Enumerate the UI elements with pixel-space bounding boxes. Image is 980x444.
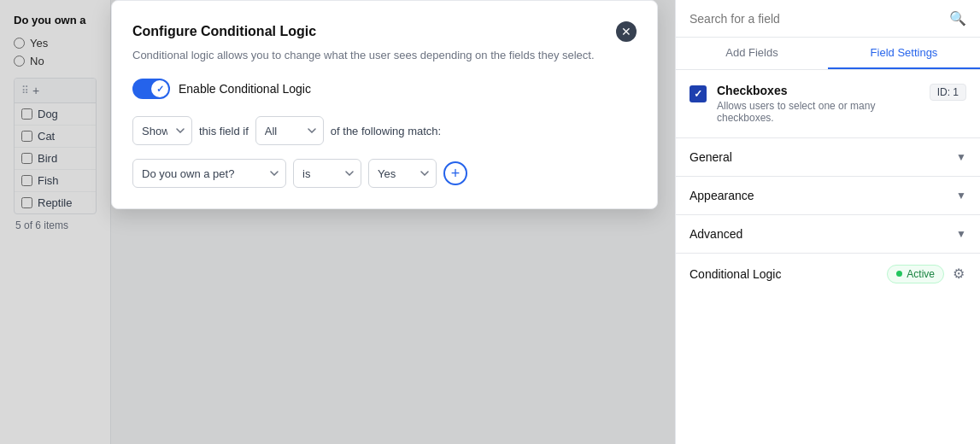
field-name: Checkboxes [717,84,919,97]
conditional-logic-modal: Configure Conditional Logic ✕ Conditiona… [111,0,658,209]
general-accordion-header[interactable]: General ▼ [676,138,980,176]
conditional-logic-toggle[interactable] [132,79,170,99]
general-chevron-icon: ▼ [956,151,966,163]
add-condition-button[interactable]: + [443,161,467,185]
search-input[interactable] [690,12,942,26]
this-field-if-text: this field if [199,125,249,137]
modal-description: Conditional logic allows you to change w… [132,49,637,61]
general-section: General ▼ [676,138,980,177]
field-id-badge: ID: 1 [930,84,966,101]
field-info-text: Checkboxes Allows users to select one or… [717,84,919,124]
advanced-accordion-header[interactable]: Advanced ▼ [676,215,980,253]
field-description: Allows users to select one or many check… [717,100,919,124]
conditional-logic-label: Conditional Logic [690,267,781,281]
toggle-label: Enable Conditional Logic [179,82,311,96]
conditional-logic-row: Conditional Logic Active ⚙ [676,254,980,294]
tab-field-settings[interactable]: Field Settings [828,38,980,69]
tab-add-fields[interactable]: Add Fields [676,38,828,69]
all-any-select[interactable]: All Any [255,116,324,145]
toggle-knob [151,80,168,97]
show-hide-select[interactable]: Show Hide [132,116,192,145]
right-panel: 🔍 Add Fields Field Settings Checkboxes A… [675,0,980,444]
search-icon: 🔍 [949,10,966,26]
conditional-logic-gear-button[interactable]: ⚙ [951,264,966,283]
modal-header: Configure Conditional Logic ✕ [132,21,637,42]
modal-close-button[interactable]: ✕ [616,21,637,42]
active-dot [896,271,902,277]
advanced-label: Advanced [690,227,742,241]
general-label: General [690,150,732,164]
search-bar: 🔍 [676,0,980,38]
toggle-row: Enable Conditional Logic [132,79,637,99]
checkboxes-field-icon [690,85,707,102]
conditional-logic-right: Active ⚙ [887,264,966,283]
advanced-chevron-icon: ▼ [956,228,966,240]
appearance-chevron-icon: ▼ [956,190,966,202]
modal-title: Configure Conditional Logic [132,24,316,39]
field-info: Checkboxes Allows users to select one or… [676,70,980,138]
field-condition-row: Do you own a pet? is is not Yes No + [132,159,637,188]
condition-value-select[interactable]: Yes No [368,159,437,188]
active-status: Active [907,268,935,280]
advanced-section: Advanced ▼ [676,215,980,254]
condition-row: Show Hide this field if All Any of the f… [132,116,637,145]
appearance-section: Appearance ▼ [676,177,980,215]
condition-operator-select[interactable]: is is not [293,159,361,188]
appearance-accordion-header[interactable]: Appearance ▼ [676,177,980,214]
appearance-label: Appearance [690,189,754,202]
condition-field-select[interactable]: Do you own a pet? [132,159,286,188]
of-following-text: of the following match: [331,125,441,137]
tabs-row: Add Fields Field Settings [676,38,980,70]
active-badge: Active [887,265,944,283]
